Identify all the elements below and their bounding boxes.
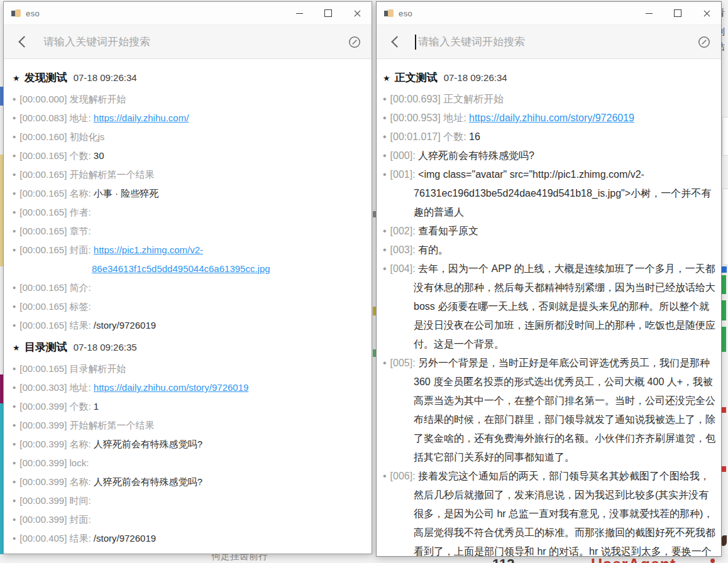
- background-fragment: [722, 266, 727, 273]
- log-text: 简介:: [70, 282, 91, 293]
- log-section-header: ★正文测试07-18 09:26:35: [13, 550, 367, 554]
- close-button[interactable]: [692, 2, 721, 25]
- maximize-button[interactable]: [663, 2, 692, 25]
- compass-icon[interactable]: [697, 35, 711, 49]
- log-text: 接着发完这个通知后的两天，部门领导莫名其妙截图了个图给我，然后几秒后就撤回了，发…: [414, 471, 715, 556]
- log-timestamp: [00:00.953]: [390, 112, 444, 123]
- bullet-icon: •: [383, 169, 387, 180]
- bullet-icon: •: [13, 226, 16, 236]
- log-timestamp: [00:00.165]: [19, 226, 69, 236]
- log-entry: •[00:00.399] 名称: 人猝死前会有特殊感觉吗?: [13, 473, 367, 491]
- log-timestamp: [00:00.165]: [19, 301, 69, 312]
- log-text: 个数:: [70, 150, 94, 161]
- bullet-icon: •: [13, 169, 16, 180]
- bullet-icon: •: [13, 363, 16, 374]
- search-input[interactable]: [42, 35, 343, 49]
- log-text: 标签:: [70, 301, 91, 312]
- bullet-icon: •: [383, 131, 387, 142]
- background-text-fragment: 看: [722, 8, 725, 19]
- window-title: eso: [399, 9, 412, 18]
- star-icon: ★: [383, 74, 390, 83]
- log-timestamp: [00:00.165]: [19, 188, 69, 199]
- log-entry: •[00:00.165] 开始解析第一个结果: [13, 165, 367, 184]
- section-title: 发现测试: [25, 72, 67, 84]
- search-input[interactable]: [417, 35, 692, 49]
- log-entry: •[00:00.165] 个数: 30: [13, 146, 367, 165]
- log-link[interactable]: https://pic1.zhimg.com/v2-86e34613f1c5d5…: [92, 244, 270, 274]
- minimize-button[interactable]: [634, 2, 663, 25]
- compass-icon[interactable]: [348, 35, 361, 49]
- background-text-fragment: 何足挂齿前行: [211, 554, 268, 562]
- log-timestamp: [00:00.399]: [19, 514, 69, 525]
- minimize-icon: [646, 13, 653, 14]
- bullet-icon: •: [383, 358, 387, 368]
- log-entry: •[00:00.303] 地址: https://daily.zhihu.com…: [13, 378, 367, 397]
- bullet-icon: •: [13, 94, 16, 104]
- log-timestamp: [00:01.017]: [390, 131, 444, 142]
- log-text: 初始化js: [70, 131, 105, 142]
- back-icon[interactable]: [391, 36, 402, 47]
- bullet-icon: •: [13, 495, 16, 506]
- background-fragment: [722, 466, 726, 472]
- bullet-icon: •: [13, 457, 16, 468]
- log-entry: •[00:00.399] lock:: [13, 454, 367, 473]
- titlebar: eso: [377, 2, 721, 25]
- log-link[interactable]: https://daily.zhihu.com/: [94, 112, 189, 123]
- log-entry: •[00:00.165] 封面: https://pic1.zhimg.com/…: [13, 241, 367, 278]
- window-controls: [634, 2, 721, 25]
- log-entry: •[00:00.000] 发现解析开始: [13, 90, 367, 109]
- log-timestamp: [00:00.165]: [19, 207, 69, 217]
- log-text: 地址:: [443, 112, 469, 123]
- log-link[interactable]: https://daily.zhihu.com/story/9726019: [94, 382, 249, 393]
- log-timestamp: [00:00.165]: [19, 320, 69, 331]
- log-text: 开始解析第一个结果: [70, 169, 155, 180]
- log-entry: •[003]: 有的。: [383, 241, 716, 260]
- log-entry: •[00:00.083] 地址: https://daily.zhihu.com…: [13, 109, 367, 128]
- log-text: 结果:: [70, 533, 94, 544]
- log-entry: •[004]: 去年，因为一个 APP 的上线，大概是连续加班了一个多月，一天都…: [383, 260, 716, 354]
- log-link[interactable]: https://daily.zhihu.com/story/9726019: [469, 112, 634, 123]
- star-icon: ★: [13, 343, 20, 353]
- bullet-icon: •: [383, 263, 387, 274]
- log-text: 章节:: [70, 226, 91, 236]
- bullet-icon: •: [13, 282, 16, 293]
- eso-window-right: eso ★正文测试07-18 09:26:34•[00:00.693] 正文解析…: [376, 1, 722, 557]
- log-text: 去年，因为一个 APP 的上线，大概是连续加班了一个多月，一天都没有休息的那种，…: [414, 263, 715, 349]
- background-text-fragment: 站: [722, 41, 725, 53]
- log-section-header: ★发现测试07-18 09:26:34: [13, 68, 367, 89]
- close-button[interactable]: [343, 2, 372, 25]
- log-text: 发现解析开始: [70, 94, 126, 104]
- log-section-header: ★目录测试07-18 09:26:35: [13, 337, 367, 358]
- bullet-icon: •: [13, 439, 16, 449]
- log-text: /story/9726019: [94, 533, 156, 544]
- minimize-button[interactable]: [285, 2, 314, 25]
- background-fragment: [722, 117, 728, 156]
- log-entry: •[00:00.160] 初始化js: [13, 128, 367, 146]
- log-timestamp: [00:00.303]: [19, 382, 69, 393]
- maximize-icon: [324, 9, 332, 17]
- back-icon[interactable]: [18, 36, 30, 47]
- bullet-icon: •: [383, 226, 387, 236]
- log-entry: •[00:00.165] 标签:: [13, 297, 367, 316]
- log-text: 名称:: [70, 439, 94, 449]
- log-timestamp: [00:00.165]: [19, 150, 69, 161]
- log-timestamp: [00:00.165]: [19, 169, 69, 180]
- section-title: 正文测试: [395, 72, 438, 84]
- window-controls: [285, 2, 372, 25]
- section-title: 目录测试: [25, 341, 67, 353]
- close-icon: [703, 9, 711, 18]
- log-entry: •[00:01.017] 个数: 16: [383, 128, 716, 146]
- log-text: 个数:: [443, 131, 469, 142]
- search-bar: [377, 25, 721, 59]
- log-timestamp: [00:00.399]: [19, 420, 69, 430]
- background-fragment: [722, 535, 727, 546]
- bullet-icon: •: [383, 94, 387, 104]
- log-entry: •[00:00.165] 简介:: [13, 278, 367, 297]
- bullet-icon: •: [13, 533, 16, 544]
- app-icon: [11, 9, 21, 18]
- log-timestamp: [00:00.693]: [390, 94, 444, 104]
- section-timestamp: 07-18 09:26:34: [444, 72, 507, 83]
- log-output: ★发现测试07-18 09:26:34•[00:00.000] 发现解析开始•[…: [4, 59, 372, 554]
- window-title: eso: [26, 9, 40, 18]
- maximize-button[interactable]: [314, 2, 343, 25]
